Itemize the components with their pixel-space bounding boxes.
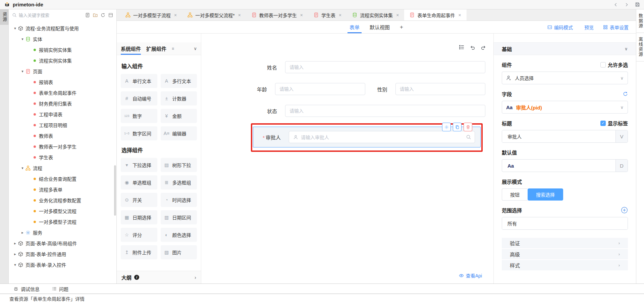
refresh-icon[interactable] (623, 91, 628, 96)
palette-menu-icon[interactable]: ≡ (172, 46, 174, 51)
tree-item[interactable]: 业务化流程参数配置 (9, 195, 116, 206)
field-input[interactable] (285, 61, 485, 73)
palette-item[interactable]: 123数字 (121, 109, 157, 123)
tree-item[interactable]: 一对多模型父流程 (9, 206, 116, 216)
tree-item[interactable]: ▸服务 (9, 227, 116, 238)
field-input[interactable] (285, 105, 485, 117)
default-value-input[interactable] (519, 160, 615, 172)
chevron-down-icon[interactable]: ∨ (194, 46, 197, 51)
palette-item[interactable]: ◔时间选择 (161, 193, 197, 207)
palette-item[interactable]: ▦日期选择 (121, 210, 157, 224)
tree-scrollbar[interactable] (114, 165, 116, 216)
problems-button[interactable]: 问题 (52, 286, 68, 292)
caret-right-icon[interactable]: ▸ (12, 241, 18, 246)
tree-item[interactable]: ▸页面-表单-控件通用 (9, 249, 116, 259)
nav-back-icon[interactable] (613, 2, 618, 7)
tree-item[interactable]: 表单生命周起事件 (9, 87, 116, 98)
caret-right-icon[interactable]: ▸ (19, 230, 25, 235)
editor-tab-active[interactable]: 表单生命周起事件× (404, 9, 466, 20)
action-preview[interactable]: 预览 (582, 24, 594, 31)
tree-item[interactable]: 流程实例实体集 (9, 55, 116, 66)
view-api-link[interactable]: 查看Api (459, 272, 482, 279)
dynamic-button[interactable]: D (615, 160, 628, 172)
locate-file-icon[interactable] (85, 13, 90, 17)
tree-item[interactable]: 教师表 (9, 130, 116, 141)
redo-icon[interactable] (481, 44, 486, 50)
tree-item[interactable]: ▾流程 (9, 163, 116, 173)
palette-item[interactable]: ≣多选框组 (161, 175, 197, 189)
editor-tab[interactable]: 一对多模型子流程× (120, 9, 182, 20)
tab-close-icon[interactable]: × (458, 12, 461, 18)
editor-tab[interactable]: 学生表× (308, 9, 347, 20)
rail-item-offline-resources[interactable]: 离线资源 (636, 33, 644, 61)
palette-item[interactable]: 1~3数字区间 (121, 126, 157, 140)
tab-close-icon[interactable]: × (300, 12, 303, 18)
refresh-icon[interactable] (101, 13, 105, 17)
tree-item[interactable]: ▾页面-表单-录入控件 (9, 259, 116, 270)
undo-icon[interactable] (470, 44, 475, 50)
tree-item[interactable]: ▾流程-业务流程配置与使用 (9, 23, 116, 34)
palette-tab[interactable]: 系统组件 (121, 42, 141, 55)
tree-item[interactable]: 流程多表单 (9, 184, 116, 195)
inspector-section-collapsed[interactable]: 验证› (502, 238, 628, 249)
palette-item[interactable]: A单行文本 (121, 74, 157, 88)
tree-item[interactable]: ▸页面-表单-高级/布局组件 (9, 238, 116, 249)
plus-circle-icon[interactable] (621, 207, 628, 214)
palette-item[interactable]: ↥附件上传 (121, 245, 157, 259)
selected-field-wrapper[interactable]: *审批人请输入审批人 (253, 127, 481, 147)
caret-right-icon[interactable]: ▸ (12, 252, 18, 256)
palette-item[interactable]: ⊙开关 (121, 193, 157, 207)
palette-item[interactable]: ¥金额 (161, 109, 197, 123)
field-input[interactable] (275, 83, 365, 95)
action-code-mode[interactable]: 编码模式 (547, 24, 573, 31)
person-picker-input[interactable]: 请输入审批人 (289, 131, 475, 143)
tab-close-icon[interactable]: × (396, 12, 399, 18)
tree-item[interactable]: 教师表一对多学生 (9, 141, 116, 152)
tab-close-icon[interactable]: × (174, 12, 177, 18)
settings-button[interactable] (442, 123, 451, 131)
caret-down-icon[interactable]: ▾ (12, 263, 18, 267)
inspector-section-collapsed[interactable]: 高级› (502, 249, 628, 260)
palette-item[interactable]: ▤树形下拉 (161, 158, 197, 172)
view-tab-inactive[interactable]: 默认视图 (370, 21, 390, 33)
palette-item[interactable]: ◐颜色选择 (161, 228, 197, 242)
tree-item[interactable]: ▾实体 (9, 34, 116, 44)
search-input[interactable] (19, 13, 83, 18)
palette-item[interactable]: A≡编辑器 (161, 126, 197, 140)
tree-item[interactable]: 学生表 (9, 152, 116, 163)
tree-item[interactable]: 工程项目明细 (9, 120, 116, 130)
range-input[interactable] (502, 217, 628, 229)
rail-item-resources[interactable]: 资源 (0, 9, 9, 25)
palette-item[interactable]: ◉单选框组 (121, 175, 157, 189)
editor-tab[interactable]: 教师表一对多学生× (246, 9, 308, 20)
field-select[interactable]: Aa 审批人(pid) ∨ (502, 101, 628, 114)
palette-item[interactable]: #自动编号 (121, 91, 157, 105)
caret-down-icon[interactable]: ▾ (12, 26, 18, 31)
copy-button[interactable] (453, 123, 462, 131)
view-tab-active[interactable]: 表单 (350, 21, 360, 33)
outline-icon[interactable] (459, 44, 465, 50)
show-label-checkbox[interactable]: ✓ 显示标签 (600, 120, 628, 127)
tree-item[interactable]: 报销表 (9, 77, 116, 87)
variable-button[interactable]: V (615, 130, 628, 142)
caret-down-icon[interactable]: ▾ (19, 166, 25, 170)
new-folder-icon[interactable] (93, 13, 98, 17)
palette-item[interactable]: A多行文本 (161, 74, 197, 88)
field-input[interactable] (395, 83, 486, 95)
editor-tab[interactable]: 流程实例实体集× (347, 9, 404, 20)
palette-tab[interactable]: 扩展组件 (146, 42, 166, 55)
rail-item-datasource[interactable]: 数据源 (636, 9, 644, 33)
inspector-section-collapsed[interactable]: 样式› (502, 260, 628, 271)
allow-multiselect-checkbox[interactable]: 允许多选 (600, 61, 628, 68)
caret-down-icon[interactable]: ▾ (19, 69, 25, 74)
palette-item[interactable]: ▧图片 (161, 245, 197, 259)
tab-close-icon[interactable]: × (238, 12, 241, 18)
palette-item[interactable]: ☆评分 (121, 228, 157, 242)
palette-item[interactable]: ▾下拉选择 (121, 158, 157, 172)
outline-toggle[interactable]: 大纲 i › (117, 271, 201, 284)
collapse-all-icon[interactable] (108, 13, 113, 17)
tree-item[interactable]: 财务费用归集表 (9, 98, 116, 109)
tree-item[interactable]: 报销实例实体集 (9, 44, 116, 55)
add-view-button[interactable]: + (400, 24, 403, 31)
save-icon[interactable] (635, 2, 640, 7)
